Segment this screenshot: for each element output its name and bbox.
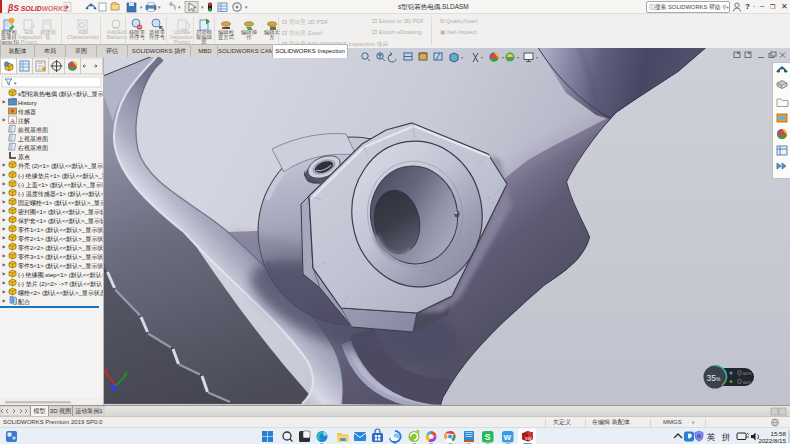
svg-text:S: S [485, 432, 491, 442]
svg-text:2022/8/15: 2022/8/15 [758, 437, 786, 444]
svg-text:s型铊装热电偶.SLDASM: s型铊装热电偶.SLDASM [398, 3, 469, 11]
svg-text:▾: ▾ [158, 4, 161, 10]
svg-text:▾: ▾ [517, 55, 519, 60]
svg-text:▾: ▾ [140, 4, 143, 10]
svg-text:15:58: 15:58 [771, 430, 787, 437]
svg-text:▾: ▾ [245, 4, 248, 10]
svg-text:▾: ▾ [178, 4, 181, 10]
svg-text:60%: 60% [743, 371, 752, 376]
svg-text:▾: ▾ [502, 55, 504, 60]
svg-text:英: 英 [706, 432, 716, 442]
svg-text:W: W [504, 433, 512, 442]
svg-text:60%: 60% [743, 380, 752, 385]
svg-text:▾: ▾ [461, 55, 463, 60]
svg-text:▾: ▾ [536, 55, 538, 60]
svg-text:SW: SW [525, 436, 532, 441]
svg-text:拼: 拼 [721, 432, 731, 442]
svg-text:▾: ▾ [201, 4, 204, 10]
svg-text:A: A [10, 117, 15, 125]
svg-text:▾: ▾ [481, 55, 483, 60]
